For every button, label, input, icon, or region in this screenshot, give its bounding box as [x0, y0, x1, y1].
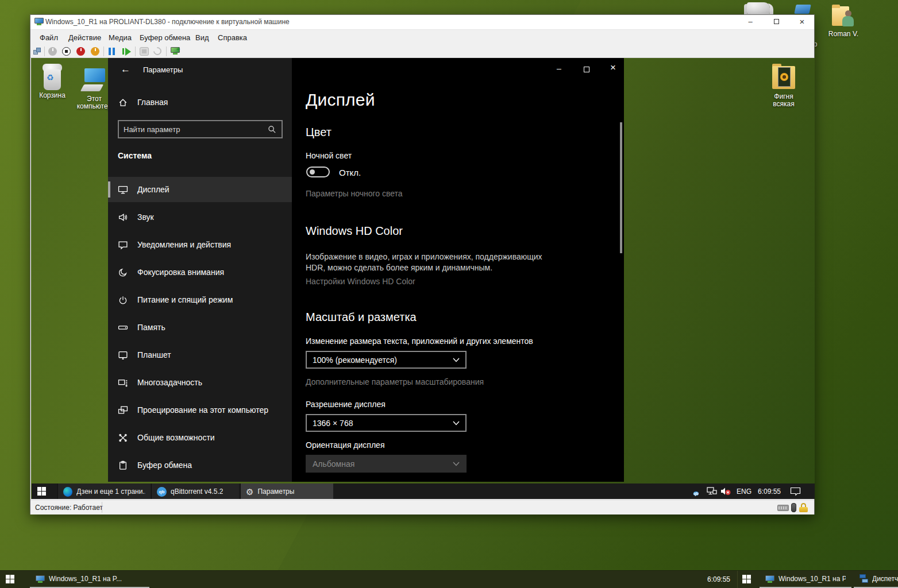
scale-dropdown[interactable]: 100% (рекомендуется) — [306, 351, 467, 369]
menu-help[interactable]: Справка — [215, 33, 249, 42]
page-title: Дисплей — [306, 90, 375, 110]
host-task-hyperv-manager[interactable]: Диспетчер — [854, 571, 898, 588]
tablet-icon — [118, 350, 128, 360]
sidebar-item-multitasking[interactable]: Многозадачность — [108, 370, 292, 395]
search-icon[interactable] — [268, 125, 282, 134]
revert-checkpoint-icon[interactable] — [152, 45, 163, 57]
hdr-description-line2: HDR, можно сделать более ярким и динамич… — [306, 262, 492, 273]
display-icon — [118, 185, 128, 195]
language-indicator[interactable]: ENG — [737, 488, 751, 496]
vm-maximize-button[interactable] — [768, 16, 785, 28]
scale-label: Изменение размера текста, приложений и д… — [306, 336, 533, 346]
checkpoint-icon[interactable] — [140, 47, 149, 56]
turn-off-icon[interactable] — [62, 47, 71, 56]
search-input[interactable] — [119, 125, 268, 134]
lock-icon — [799, 503, 808, 512]
sidebar-item-home[interactable]: Главная — [108, 91, 292, 113]
desktop-icon-roman-v[interactable]: Roman V. — [826, 5, 861, 38]
scrollbar-thumb[interactable] — [620, 122, 622, 253]
sidebar-item-label: Проецирование на этот компьютер — [137, 405, 268, 415]
sidebar-item-shared-experiences[interactable]: Общие возможности — [108, 425, 292, 450]
host-start-button[interactable] — [6, 575, 14, 586]
keyboard-icon — [777, 505, 789, 511]
taskbar-task-settings[interactable]: ⚙ Параметры — [240, 483, 333, 499]
menu-action[interactable]: Действие — [66, 33, 103, 42]
host-task-vm[interactable]: Windows_10_R1 на P... — [30, 571, 149, 588]
resolution-dropdown[interactable]: 1366 × 768 — [306, 414, 467, 432]
recycle-bin-icon: ♻ — [43, 64, 62, 90]
sidebar-item-tablet[interactable]: Планшет — [108, 342, 292, 368]
sidebar-item-projecting[interactable]: Проецирование на этот компьютер — [108, 397, 292, 423]
storage-icon — [118, 323, 128, 332]
enhanced-session-icon[interactable]: + — [171, 47, 180, 55]
host-desktop: p Roman V. Windows_10_R1 на PROLIANT-DL3… — [0, 0, 898, 588]
host-clock[interactable]: 6:09:55 — [687, 575, 730, 583]
projecting-icon — [118, 405, 128, 415]
guest-clock[interactable]: 6:09:55 — [758, 488, 781, 496]
desktop-icon-recycle-bin[interactable]: ♻ Корзина — [31, 64, 74, 99]
sidebar-item-focus-assist[interactable]: Фокусировка внимания — [108, 260, 292, 285]
hdr-settings-link[interactable]: Настройки Windows HD Color — [306, 277, 415, 286]
host-desktop-icon-partial[interactable] — [747, 2, 770, 14]
settings-window: ← Параметры Главная Система Дисп — [108, 58, 624, 482]
ctrl-alt-del-icon[interactable] — [33, 48, 41, 55]
settings-maximize-button[interactable] — [578, 64, 595, 76]
vmconnect-titlebar[interactable]: Windows_10_R1 на PROLIANT-DL380 - подклю… — [30, 15, 814, 29]
desktop-icon-label: всякая — [773, 100, 794, 108]
tray-qbittorrent-icon[interactable]: qb — [693, 487, 699, 498]
mouse-icon — [791, 503, 796, 512]
vmconnect-menubar: Файл Действие Медиа Буфер обмена Вид Спр… — [30, 29, 814, 45]
settings-minimize-button[interactable]: – — [550, 64, 568, 76]
save-state-icon[interactable] — [91, 47, 99, 56]
desktop-icon-label: Этот — [87, 95, 102, 103]
vm-close-button[interactable]: × — [793, 16, 811, 28]
settings-close-button[interactable]: × — [604, 62, 622, 75]
scale-section-heading: Масштаб и разметка — [306, 311, 417, 324]
night-light-toggle[interactable] — [306, 167, 330, 177]
action-center-icon[interactable] — [790, 487, 801, 496]
sidebar-item-label: Память — [137, 323, 165, 332]
menu-media[interactable]: Медиа — [106, 33, 134, 42]
resolution-label: Разрешение дисплея — [306, 400, 386, 409]
notifications-icon — [118, 240, 128, 250]
sound-icon — [118, 212, 128, 222]
menu-file[interactable]: Файл — [37, 33, 60, 42]
sidebar-item-clipboard[interactable]: Буфер обмена — [108, 452, 292, 478]
host-folder-icon-partial[interactable] — [794, 5, 811, 14]
host-start-button-secondary[interactable] — [742, 575, 751, 586]
start-vm-icon[interactable] — [48, 47, 57, 56]
night-light-label: Ночной свет — [306, 151, 352, 160]
taskbar-task-qbittorrent[interactable]: qb qBittorrent v4.5.2 — [151, 483, 239, 499]
guest-start-button[interactable] — [37, 487, 46, 498]
task-label: Диспетчер — [872, 575, 898, 583]
task-label: Параметры — [257, 488, 294, 496]
vm-status-text: Состояние: Работает — [35, 504, 103, 512]
chevron-down-icon — [453, 421, 460, 425]
settings-search — [118, 120, 283, 138]
sidebar-item-label: Общие возможности — [137, 433, 215, 442]
night-light-settings-link[interactable]: Параметры ночного света — [306, 189, 403, 198]
sidebar-item-display[interactable]: Дисплей — [108, 177, 292, 202]
statusbar-divider — [102, 502, 102, 513]
menu-clipboard[interactable]: Буфер обмена — [137, 33, 192, 42]
menu-view[interactable]: Вид — [193, 33, 211, 42]
advanced-scaling-link[interactable]: Дополнительные параметры масштабирования — [306, 377, 484, 386]
host-task-vm-secondary[interactable]: Windows_10_R1 на P... — [760, 571, 851, 588]
sidebar-item-power-sleep[interactable]: Питание и спящий режим — [108, 287, 292, 312]
sidebar-item-sound[interactable]: Звук — [108, 204, 292, 230]
desktop-icon-label: Roman V. — [826, 30, 861, 38]
sidebar-item-notifications[interactable]: Уведомления и действия — [108, 232, 292, 257]
desktop-icon-label: Корзина — [31, 92, 74, 99]
host-taskbar: Windows_10_R1 на P... 6:09:55 Windows_10… — [0, 570, 898, 588]
vm-minimize-button[interactable]: – — [742, 16, 759, 28]
taskbar-task-edge[interactable]: Дзен и еще 1 страни... — [57, 483, 151, 499]
qbittorrent-icon: qb — [157, 487, 167, 497]
pause-icon[interactable] — [109, 48, 115, 55]
sidebar-item-storage[interactable]: Память — [108, 315, 292, 340]
back-arrow-icon[interactable]: ← — [121, 64, 130, 75]
desktop-icon-stuff-folder[interactable]: Фигня всякая — [762, 64, 805, 108]
reset-icon[interactable] — [122, 48, 130, 55]
volume-muted-icon[interactable] — [720, 487, 731, 496]
shutdown-icon[interactable] — [76, 47, 85, 56]
network-icon[interactable] — [707, 487, 717, 496]
